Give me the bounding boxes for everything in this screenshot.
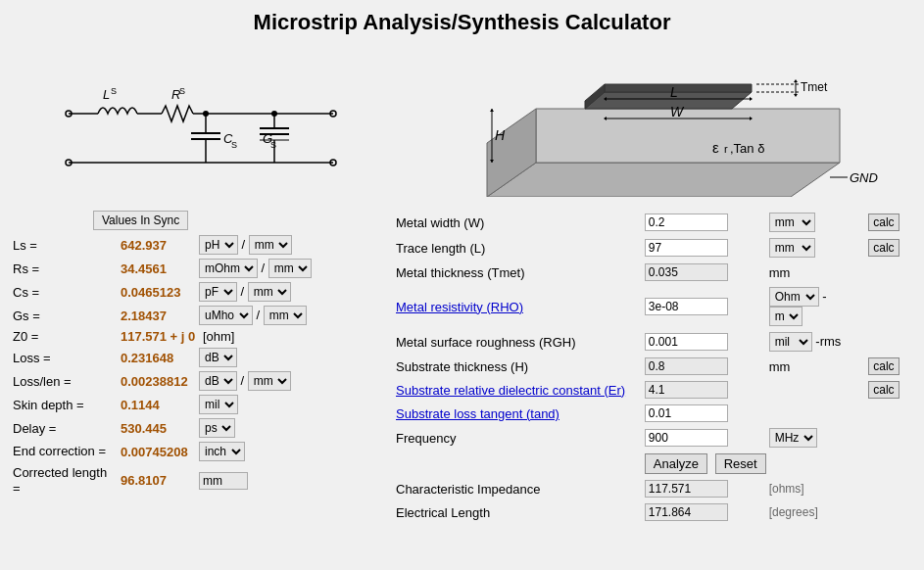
substrate-thickness-label: Substrate thickness (H) [392,355,641,378]
svg-text:S: S [111,86,117,96]
svg-text:L: L [670,84,678,100]
svg-text:L: L [103,87,110,102]
trace-length-unit-select[interactable]: mmmilinch [769,238,815,258]
elec-length-label: Electrical Length [392,500,641,524]
sync-label: Values In Sync [93,211,188,230]
skin-value: 0.1144 [118,393,196,416]
trace-length-label: Trace length (L) [392,235,641,261]
roughness-rms-label: -rms [815,334,841,349]
metal-width-calc-button[interactable]: calc [868,214,899,231]
trace-length-input[interactable] [645,239,728,257]
char-impedance-unit: [ohms] [765,477,865,500]
trace-length-calc-button[interactable]: calc [868,239,899,257]
er-row: Substrate relative dielectric constant (… [392,378,914,402]
skin-unit-select[interactable]: mil [199,395,238,414]
z0-label: Z0 = [10,327,118,346]
ls-value: 642.937 [118,233,196,257]
metal-roughness-input[interactable] [645,333,728,351]
metal-width-unit-select[interactable]: mmmilinch [769,213,815,232]
er-input[interactable] [645,381,728,399]
ls-unit2-select[interactable]: mm [249,235,292,255]
losslen-unit1-select[interactable]: dB [199,371,237,391]
metal-resistivity-link[interactable]: Metal resistivity (RHO) [396,300,523,314]
endcorr-value: 0.00745208 [118,440,196,463]
svg-text:S: S [179,86,185,96]
tand-link[interactable]: Substrate loss tangent (tand) [396,406,559,421]
endcorr-unit-select[interactable]: inch [199,442,245,461]
delay-unit-select[interactable]: ps [199,418,235,438]
metal-resistivity-input[interactable] [645,298,728,315]
losslen-value: 0.00238812 [118,369,196,393]
metal-resistivity-unit2-select[interactable]: m [769,307,802,326]
svg-text:Tmet: Tmet [801,80,828,94]
metal-thickness-label: Metal thickness (Tmet) [392,261,641,284]
frequency-input[interactable] [645,429,728,447]
svg-text:ε: ε [712,139,719,156]
char-impedance-value [645,480,728,498]
er-calc-button[interactable]: calc [868,381,899,399]
loss-label: Loss = [10,346,118,369]
gs-unit2-select[interactable]: mm [264,306,307,325]
ls-unit1-select[interactable]: pH [199,235,238,255]
substrate-thickness-row: Substrate thickness (H) mm calc [392,355,914,378]
z0-unit: [ohm] [203,329,235,344]
svg-marker-42 [794,94,798,97]
tand-label: Substrate loss tangent (tand) [392,402,641,425]
delay-value: 530.445 [118,416,196,440]
tand-row: Substrate loss tangent (tand) [392,402,914,425]
loss-value: 0.231648 [118,346,196,369]
rs-value: 34.4561 [118,257,196,280]
substrate-thickness-calc-button[interactable]: calc [868,357,899,375]
svg-text:r: r [724,143,728,155]
er-link[interactable]: Substrate relative dielectric constant (… [396,383,625,398]
substrate-thickness-input[interactable] [645,357,728,375]
er-label: Substrate relative dielectric constant (… [392,378,641,402]
substrate-thickness-unit: mm [769,359,791,374]
elec-length-row: Electrical Length [degrees] [392,500,914,524]
cs-label: Cs = [10,280,118,304]
rs-label: Rs = [10,257,118,280]
losslen-unit2-select[interactable]: mm [248,371,291,391]
elec-length-unit: [degrees] [765,500,865,524]
loss-unit-select[interactable]: dB [199,348,237,367]
svg-marker-30 [487,163,840,197]
char-impedance-row: Characteristic Impedance [ohms] [392,477,914,500]
cs-unit1-select[interactable]: pF [199,282,237,302]
svg-marker-31 [536,109,840,163]
corrlen-value: 96.8107 [118,463,196,498]
svg-marker-34 [605,84,752,92]
svg-text:H: H [495,127,506,143]
elec-length-value [645,503,728,521]
char-impedance-label: Characteristic Impedance [392,477,641,500]
cs-unit2-select[interactable]: mm [248,282,291,302]
tand-input[interactable] [645,404,728,422]
metal-resistivity-unit1-select[interactable]: Ohm [769,287,819,307]
svg-text:GND: GND [850,170,878,185]
metal-thickness-unit: mm [769,265,791,280]
metal-width-input[interactable] [645,214,728,231]
page-title: Microstrip Analysis/Synthesis Calculator [10,10,914,35]
action-buttons-row: Analyze Reset [392,451,914,477]
svg-marker-41 [794,79,798,82]
metal-roughness-row: Metal surface roughness (RGH) milmm -rms [392,329,914,355]
metal-roughness-unit-select[interactable]: milmm [769,332,812,352]
losslen-label: Loss/len = [10,369,118,393]
rs-unit2-select[interactable]: mm [268,259,312,278]
endcorr-label: End correction = [10,440,118,463]
svg-text:W: W [670,104,685,119]
frequency-row: Frequency MHzGHzkHz [392,425,914,451]
metal-thickness-input[interactable] [645,263,728,281]
z0-value: 117.571 + j 0 [121,329,195,344]
svg-text:,Tan δ: ,Tan δ [730,141,764,156]
analyze-button[interactable]: Analyze [645,453,707,474]
ls-label: Ls = [10,233,118,257]
rs-unit1-select[interactable]: mOhm [199,259,258,278]
metal-thickness-row: Metal thickness (Tmet) mm [392,261,914,284]
svg-marker-33 [585,92,752,109]
reset-button[interactable]: Reset [715,453,766,474]
frequency-unit-select[interactable]: MHzGHzkHz [769,428,817,448]
cs-value: 0.0465123 [118,280,196,304]
svg-text:S: S [231,140,237,150]
gs-label: Gs = [10,304,118,327]
gs-unit1-select[interactable]: uMho [199,306,253,325]
